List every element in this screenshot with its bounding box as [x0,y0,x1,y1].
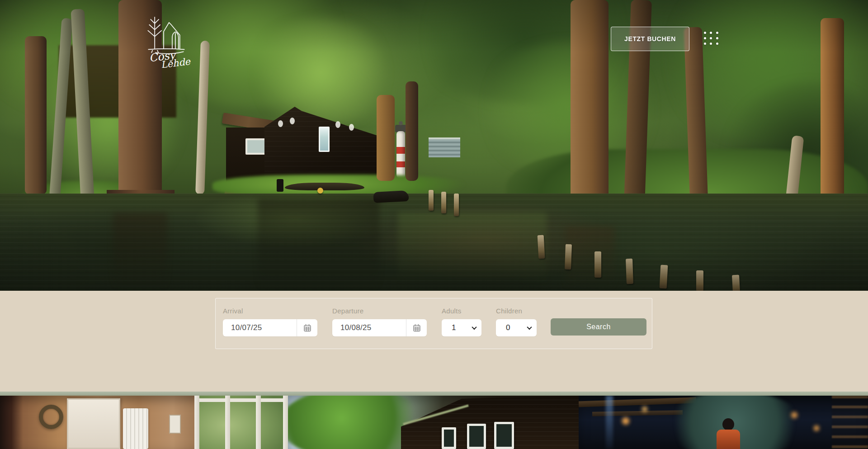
warm-light [814,425,819,431]
bar-shelves [832,396,868,449]
gallery-photo-exterior [288,396,579,449]
decorative-plate [278,120,283,127]
departure-input-group [332,319,427,336]
tree-trunk [406,81,418,181]
calendar-icon [303,323,312,332]
wooden-piling [441,192,446,213]
gallery-photo-night-bar [579,396,868,449]
foliage-blob [244,18,398,127]
arrival-label: Arrival [223,307,317,315]
white-door [67,398,120,449]
chevron-down-icon [472,325,476,330]
house-window [467,424,486,449]
search-button[interactable]: Search [551,318,646,336]
beacon-lamp [399,121,403,125]
punt-boat [285,183,364,190]
tree-trunk-large [571,0,609,217]
dark-wood-house [401,396,579,449]
shed-window [245,138,266,155]
radiator [123,408,148,449]
children-label: Children [496,307,537,315]
wooden-piling [660,265,668,289]
arrival-calendar-button[interactable] [297,319,317,336]
decorative-plate [349,124,354,131]
decorative-plate [290,118,295,124]
wooden-piling [429,190,434,211]
interior-windows [194,396,288,449]
small-boat [373,190,409,203]
yellow-buoy [317,188,323,194]
window-frame [283,396,288,449]
arrival-date-input[interactable] [223,319,297,336]
house-window [494,422,514,449]
adults-value: 1 [452,323,456,332]
person-orange-jacket [717,430,740,449]
children-field: Children 0 [496,307,537,336]
departure-date-input[interactable] [332,319,406,336]
adults-label: Adults [442,307,481,315]
house-window [442,427,456,449]
logo-arch-icon [172,32,179,49]
picture-frame [169,415,181,434]
wall-wreath [39,405,63,429]
children-value: 0 [506,323,510,332]
water-reflection [113,213,167,289]
jetzt-buchen-button[interactable]: JETZT BUCHEN [611,27,689,51]
children-select[interactable]: 0 [496,319,537,336]
boat-motor [277,179,283,192]
booking-section: Arrival [0,291,868,392]
gallery-photo-strip [0,396,868,449]
wooden-piling [454,194,459,216]
arrival-input-group [223,319,317,336]
tree-trunk-lit [377,95,395,181]
departure-field: Departure [332,307,427,336]
decorative-plate [335,121,340,128]
hero-photo-spreewald-canal: Cosy Lehde JETZT BUCHEN [0,0,868,291]
adults-select[interactable]: 1 [442,319,481,336]
adults-field: Adults 1 [442,307,481,336]
background-grey-shed [429,137,460,157]
booking-search-card: Arrival [215,298,652,349]
blue-light-streak [606,396,613,449]
cosy-lehde-logo[interactable]: Cosy Lehde [141,12,192,68]
wooden-piling [594,251,601,278]
warm-light [791,412,797,418]
dots-grid-menu-icon[interactable] [702,30,720,46]
water-reflection [565,226,615,289]
chevron-down-icon [527,325,532,330]
wooden-piling [696,270,703,291]
wooden-piling [626,259,633,284]
window-frame [194,396,199,449]
arrival-field: Arrival [223,307,317,336]
wooden-piling [732,275,740,291]
warm-light [642,406,647,412]
gallery-photo-interior [0,396,288,449]
water-reflection [258,199,380,289]
calendar-icon [412,323,421,332]
departure-calendar-button[interactable] [406,319,427,336]
window-frame [256,396,261,449]
wooden-piling [538,235,545,259]
person-silhouette-head [722,418,734,430]
navigation-beacon-pole [396,131,405,178]
logo-house-icon [164,23,180,49]
house-window [319,127,330,152]
window-frame [194,398,288,402]
water-reflection-green [398,213,547,285]
wooden-piling [565,244,572,269]
window-frame [225,396,230,449]
landing-page: Cosy Lehde JETZT BUCHEN Arrival [0,0,868,449]
logo-tree-icon [148,17,161,48]
sage-divider [0,392,868,396]
warm-light [622,417,629,425]
tree-trunk [25,36,47,194]
departure-label: Departure [332,307,427,315]
